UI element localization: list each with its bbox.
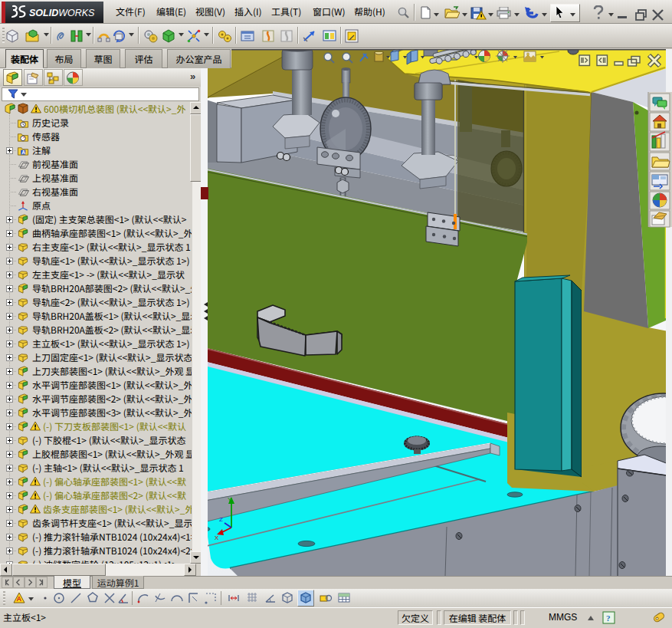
svg-text:Z: Z xyxy=(219,516,223,523)
svg-text:A: A xyxy=(17,595,22,603)
svg-text:X: X xyxy=(215,534,219,541)
svg-text:?: ? xyxy=(606,613,611,623)
svg-text:A: A xyxy=(21,150,25,155)
svg-text:SOLIDWORKS: SOLIDWORKS xyxy=(29,8,95,18)
svg-text:Y: Y xyxy=(228,496,232,503)
